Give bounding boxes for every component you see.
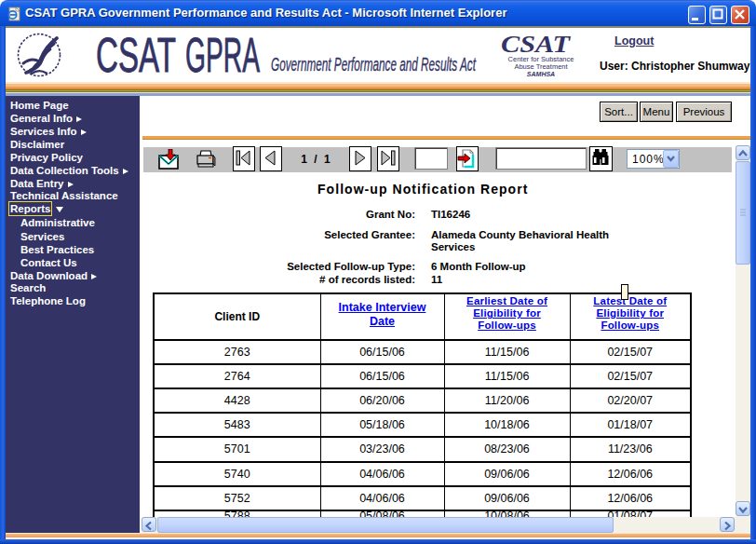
svg-text:Government Performance and Res: Government Performance and Results Act bbox=[271, 54, 477, 75]
svg-text:SAMHSA: SAMHSA bbox=[527, 71, 555, 77]
svg-text:CSAT: CSAT bbox=[501, 32, 572, 57]
svg-text:Abuse Treatment: Abuse Treatment bbox=[514, 62, 568, 71]
svg-text:CSAT: CSAT bbox=[96, 28, 176, 82]
svg-text:GPRA: GPRA bbox=[185, 28, 260, 82]
